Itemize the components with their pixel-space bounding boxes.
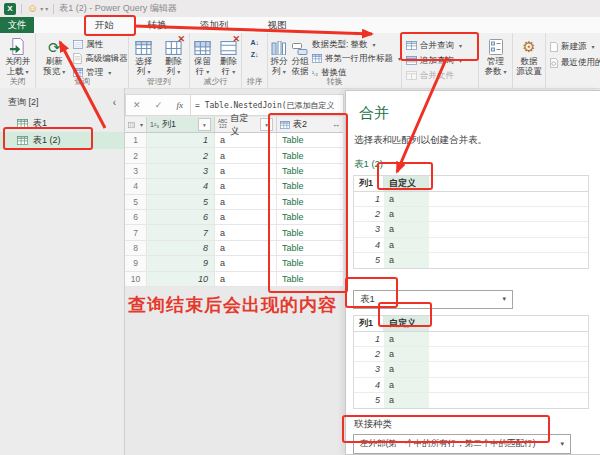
cell-table-link[interactable]: Table [277,210,343,225]
data-source-settings-button[interactable]: ⚙ 数据 源设置 [516,36,542,88]
use-first-row-button[interactable]: 将第一行用作标题 ▾ [312,52,401,65]
tab-add-column[interactable]: 添加列 [193,17,235,33]
row-number[interactable]: 3 [125,164,147,179]
tab-home[interactable]: 开始 [90,17,118,33]
column-header-col1[interactable]: 1²₃ 列1 ▾ [147,117,215,132]
cell[interactable]: a [384,222,429,236]
cell-col1[interactable]: 6 [147,210,215,225]
cell-col1[interactable]: 3 [147,164,215,179]
whole-number-type-icon[interactable]: 1²₃ [150,121,159,128]
row-number[interactable]: 9 [125,256,147,271]
column-header-custom-selected[interactable]: 自定义 [384,316,429,331]
row-number[interactable]: 5 [125,195,147,210]
merge-queries-button[interactable]: 合并查询 ▾ [406,39,462,52]
cell[interactable]: 1 [354,192,384,206]
column-header-custom-selected[interactable]: 自定义 [384,176,429,191]
cell-table-link[interactable]: Table [277,256,343,271]
cell-col1[interactable]: 1 [147,133,215,148]
tab-view[interactable]: 视图 [263,17,291,33]
quick-access-dropdown-icon[interactable]: ▾ [45,5,48,12]
cell[interactable]: 3 [354,222,384,236]
cell[interactable]: 3 [354,362,384,376]
row-number[interactable]: 7 [125,225,147,240]
cell[interactable]: 2 [354,207,384,221]
cell-col1[interactable]: 8 [147,241,215,256]
data-type-button[interactable]: 数据类型: 整数 ▾ [312,38,401,51]
cell[interactable]: 4 [354,238,384,252]
cell-table-link[interactable]: Table [277,225,343,240]
feedback-smiley-icon[interactable]: ☺ [27,3,38,14]
row-number[interactable]: 8 [125,241,147,256]
advanced-editor-button[interactable]: 高级编辑器 [73,52,128,65]
manage-parameters-button[interactable]: 管理 参数▾ [485,36,507,88]
cell[interactable]: a [384,378,429,392]
cell[interactable]: 5 [354,253,384,268]
cell-custom[interactable]: a [215,256,277,271]
cell-table-link[interactable]: Table [277,241,343,256]
formula-input[interactable]: = Table.NestedJoin(已添加自定义 [191,94,344,116]
cell-table-link[interactable]: Table [277,179,343,194]
properties-button[interactable]: 属性 [73,38,128,51]
column-header-custom[interactable]: ABC 123 自定义 ▾ [215,117,277,132]
cell-table-link[interactable]: Table [277,195,343,210]
cell-col1[interactable]: 10 [147,272,215,287]
select-all-corner[interactable]: ▾ [125,117,147,132]
cell-custom[interactable]: a [215,210,277,225]
column-header[interactable]: 列1 [354,176,384,191]
cell[interactable]: a [384,253,429,268]
cell-col1[interactable]: 2 [147,148,215,163]
collapse-pane-icon[interactable]: ‹ [113,97,116,108]
cell[interactable]: 1 [354,332,384,346]
row-number[interactable]: 1 [125,133,147,148]
row-number[interactable]: 10 [125,272,147,287]
row-number[interactable]: 4 [125,179,147,194]
filter-dropdown-icon[interactable]: ▾ [198,118,211,131]
tab-file[interactable]: 文件 [0,17,34,33]
cell-col1[interactable]: 4 [147,179,215,194]
query-item-table1-2[interactable]: 表1 (2) [0,132,124,149]
join-kind-dropdown[interactable]: 左外部(第一个中的所有行，第二个中的匹配行) ▾ [353,434,571,454]
tab-transform[interactable]: 转换 [143,17,171,33]
cell-custom[interactable]: a [215,133,277,148]
cell-table-link[interactable]: Table [277,148,343,163]
cell[interactable]: 4 [354,378,384,392]
cell[interactable]: a [384,207,429,221]
query-item-table1[interactable]: 表1 [0,115,124,132]
cell-custom[interactable]: a [215,195,277,210]
column-header[interactable]: 列1 [354,316,384,331]
cell[interactable]: 5 [354,393,384,408]
sort-descending-button[interactable]: Z↓ [251,51,259,59]
cell-custom[interactable]: a [215,225,277,240]
append-queries-button[interactable]: 追加查询 ▾ [406,54,462,67]
row-number[interactable]: 6 [125,210,147,225]
cell-custom[interactable]: a [215,179,277,194]
cell-col1[interactable]: 7 [147,225,215,240]
sort-ascending-button[interactable]: A↓ [250,39,259,47]
table-selector-dropdown[interactable]: 表1 ▾ [353,290,513,309]
cell-table-link[interactable]: Table [277,164,343,179]
cell[interactable]: a [384,192,429,206]
expand-column-icon[interactable]: ↔ [332,120,340,129]
cancel-formula-icon[interactable]: ✕ [133,100,141,110]
filter-dropdown-icon[interactable]: ▾ [260,118,273,131]
any-type-icon[interactable]: ABC 123 [218,120,227,129]
cell[interactable]: a [384,393,429,408]
cell[interactable]: a [384,362,429,376]
cell-table-link[interactable]: Table [277,272,343,287]
column-header-table2[interactable]: 表2 ↔ [277,117,343,132]
cell-col1[interactable]: 5 [147,195,215,210]
cell[interactable]: a [384,238,429,252]
chevron-down-icon[interactable]: ▾ [40,5,43,12]
cell[interactable]: a [384,347,429,361]
recent-sources-button[interactable]: 最近使用的源 [550,56,600,69]
new-source-button[interactable]: 新建源 ▾ [550,40,600,53]
cell-custom[interactable]: a [215,272,277,287]
commit-formula-icon[interactable]: ✓ [155,100,163,110]
cell[interactable]: a [384,332,429,346]
fx-icon[interactable]: fx [176,100,183,110]
cell[interactable]: 2 [354,347,384,361]
row-number[interactable]: 2 [125,148,147,163]
cell-table-link[interactable]: Table [277,133,343,148]
cell-custom[interactable]: a [215,241,277,256]
cell-custom[interactable]: a [215,164,277,179]
